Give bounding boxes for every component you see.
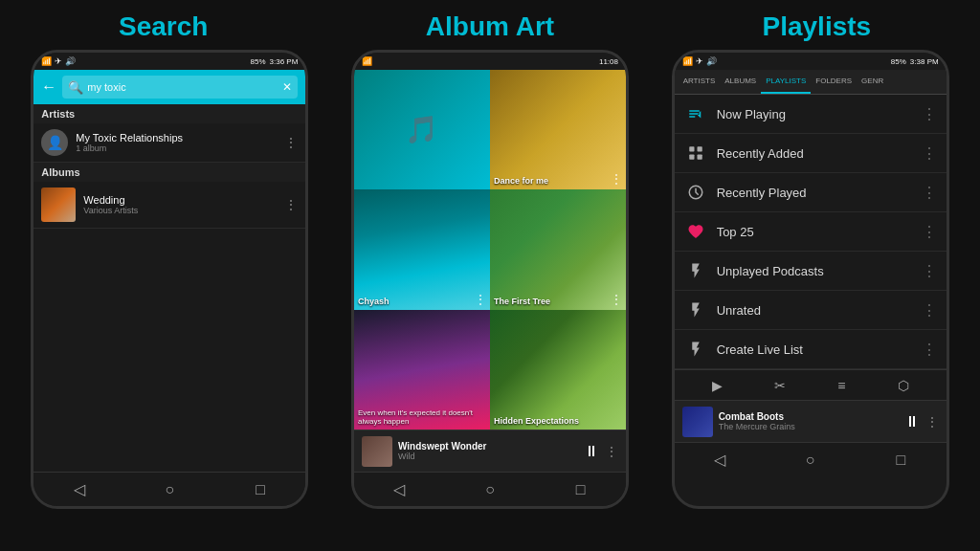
np-info: Windswept Wonder Wild: [398, 441, 578, 461]
album-back-nav[interactable]: ◁: [380, 480, 418, 498]
tab-genres[interactable]: GENR: [857, 70, 888, 94]
recently-played-label: Recently Played: [717, 186, 912, 200]
top25-label: Top 25: [717, 225, 912, 239]
artist-info: My Toxic Relationships 1 album: [76, 132, 277, 153]
album-cell-3[interactable]: Chyash ⋮: [354, 189, 490, 309]
artists-header: Artists: [33, 104, 305, 123]
playlist-unplayed-podcasts[interactable]: Unplayed Podcasts ⋮: [675, 252, 947, 291]
album-home-nav[interactable]: ○: [471, 481, 509, 498]
album-label-5: Even when it's expected it doesn't alway…: [358, 408, 486, 426]
album-more-4[interactable]: ⋮: [611, 293, 622, 306]
playlist-recently-played[interactable]: Recently Played ⋮: [675, 173, 947, 212]
time-text: 3:36 PM: [270, 57, 299, 66]
artist-avatar: 👤: [41, 129, 68, 156]
pl-battery-text: 85%: [891, 57, 906, 66]
album-more-button[interactable]: ⋮: [284, 197, 298, 212]
pl-home-nav[interactable]: ○: [791, 452, 830, 469]
titles-row: Search Album Art Playlists: [0, 0, 980, 50]
album-cell-1[interactable]: 🎵: [354, 70, 490, 189]
tab-artists[interactable]: ARTISTS: [679, 70, 721, 94]
unplayed-podcasts-more[interactable]: ⋮: [922, 262, 937, 280]
wifi-icon: 📶: [41, 56, 52, 66]
artist-list-item[interactable]: 👤 My Toxic Relationships 1 album ⋮: [33, 123, 305, 163]
create-live-more[interactable]: ⋮: [922, 341, 937, 359]
album-bottom-nav: ◁ ○ □: [354, 472, 626, 506]
pl-pause-button[interactable]: ⏸: [904, 413, 920, 430]
playlists-title: Playlists: [654, 11, 980, 42]
pl-np-thumbnail: [682, 407, 713, 437]
recently-played-more[interactable]: ⋮: [922, 184, 937, 202]
unrated-icon: [684, 298, 707, 321]
more-button[interactable]: ⋮: [605, 444, 618, 459]
tab-folders[interactable]: FOLDERS: [811, 70, 857, 94]
recently-added-icon: [684, 142, 707, 165]
create-live-icon: [684, 338, 707, 361]
back-nav-button[interactable]: ◁: [60, 480, 99, 498]
album-thumbnail: [41, 187, 76, 222]
album-label-3: Chyash: [358, 297, 390, 306]
artist-more-button[interactable]: ⋮: [284, 135, 298, 150]
playlists-status-right: 85% 3:38 PM: [891, 57, 939, 66]
unrated-more[interactable]: ⋮: [922, 301, 937, 320]
create-live-label: Create Live List: [717, 342, 912, 357]
playlist-top25[interactable]: Top 25 ⋮: [675, 212, 947, 252]
now-playing-label: Now Playing: [717, 107, 912, 121]
queue-icon[interactable]: ≡: [837, 378, 845, 393]
album-art-title: Album Art: [326, 11, 653, 42]
tab-playlists[interactable]: PLAYLISTS: [761, 70, 811, 94]
album-label-4: The First Tree: [494, 297, 550, 306]
np-thumbnail: [362, 436, 392, 467]
top25-more[interactable]: ⋮: [922, 223, 937, 241]
album-cell-2[interactable]: Dance for me ⋮: [490, 70, 626, 189]
album-cell-5[interactable]: Even when it's expected it doesn't alway…: [354, 310, 490, 430]
person-icon: 👤: [47, 135, 63, 150]
search-input-box[interactable]: 🔍 my toxic ✕: [62, 76, 298, 99]
tab-albums[interactable]: ALBUMS: [720, 70, 761, 94]
recently-added-more[interactable]: ⋮: [922, 144, 937, 163]
svg-rect-1: [697, 146, 702, 151]
playlists-status-bar: 📶 ✈ 🔊 85% 3:38 PM: [675, 53, 947, 70]
playlist-unrated[interactable]: Unrated ⋮: [675, 291, 947, 330]
back-button[interactable]: ←: [41, 78, 56, 96]
pl-airplane-icon: ✈: [696, 56, 703, 66]
pl-np-artist: The Mercure Grains: [719, 422, 899, 431]
search-query-text: my toxic: [87, 81, 125, 93]
pl-time-text: 3:38 PM: [910, 57, 939, 66]
pause-button[interactable]: ⏸: [584, 443, 599, 460]
pl-recents-nav[interactable]: □: [881, 452, 920, 469]
artist-name: My Toxic Relationships: [76, 132, 277, 143]
playlist-create-live[interactable]: Create Live List ⋮: [675, 330, 947, 369]
album-recents-nav[interactable]: □: [562, 481, 600, 498]
album-cell-4[interactable]: The First Tree ⋮: [490, 189, 626, 309]
album-status-left: 📶: [362, 56, 372, 66]
play-transport-button[interactable]: ▶: [712, 378, 723, 393]
playlist-recently-added[interactable]: Recently Added ⋮: [675, 134, 947, 173]
album-sub: Various Artists: [83, 206, 277, 215]
cast-icon[interactable]: ⬡: [898, 378, 909, 393]
unplayed-podcasts-label: Unplayed Podcasts: [717, 264, 912, 278]
album-grid: 🎵 Dance for me ⋮ Chyash ⋮: [354, 70, 626, 430]
album-status-right: 11:08: [599, 57, 618, 66]
search-title: Search: [0, 11, 326, 42]
pl-back-nav[interactable]: ◁: [701, 451, 739, 469]
playlist-now-playing[interactable]: Now Playing ⋮: [675, 95, 947, 134]
now-playing-more[interactable]: ⋮: [922, 105, 937, 123]
album-more-3[interactable]: ⋮: [475, 293, 486, 306]
top25-icon: [684, 220, 707, 243]
pl-more-button[interactable]: ⋮: [925, 414, 939, 430]
svg-rect-0: [689, 146, 694, 151]
album-list-item[interactable]: Wedding Various Artists ⋮: [33, 182, 305, 229]
home-nav-button[interactable]: ○: [150, 481, 189, 498]
album-more-2[interactable]: ⋮: [611, 172, 622, 186]
search-empty-space: [33, 229, 305, 472]
status-left-icons: 📶 ✈ 🔊: [41, 56, 76, 66]
clear-search-button[interactable]: ✕: [282, 80, 292, 94]
album-cell-6[interactable]: Hidden Expectations: [490, 310, 626, 430]
recents-nav-button[interactable]: □: [241, 481, 279, 498]
shuffle-icon[interactable]: ✂: [774, 378, 786, 393]
search-status-bar: 📶 ✈ 🔊 85% 3:36 PM: [33, 53, 305, 70]
pl-np-info: Combat Boots The Mercure Grains: [719, 411, 899, 431]
unrated-label: Unrated: [717, 303, 912, 318]
album-now-playing-bar: Windswept Wonder Wild ⏸ ⋮: [354, 430, 626, 472]
airplane-icon: ✈: [55, 56, 62, 66]
